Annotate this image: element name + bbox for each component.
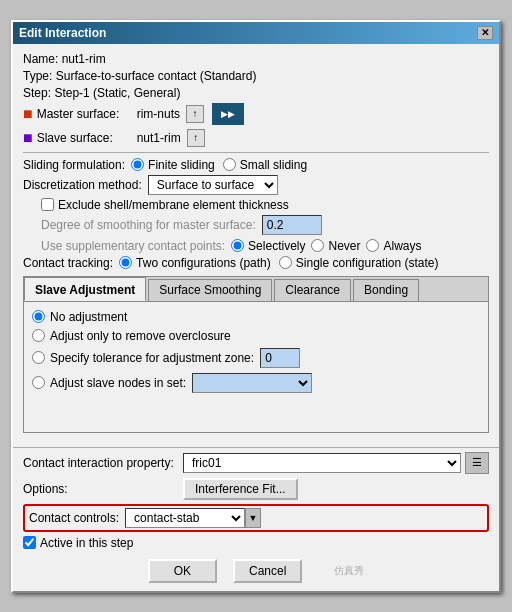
slave-surface-row: ■ Slave surface: nut1-rim ↑ [23, 129, 489, 147]
type-value: Surface-to-surface contact (Standard) [56, 69, 257, 83]
contact-controls-row: Contact controls: contact-stab ▼ [23, 504, 489, 532]
adjust-slave-radio[interactable] [32, 376, 45, 389]
slave-surface-icon: ■ [23, 129, 33, 147]
finite-sliding-label: Finite sliding [148, 158, 215, 172]
discretization-label: Discretization method: [23, 178, 142, 192]
dialog-content: Name: nut1-rim Type: Surface-to-surface … [13, 44, 499, 447]
bottom-section: Contact interaction property: fric01 ☰ O… [13, 447, 499, 591]
contact-controls-arrow[interactable]: ▼ [245, 508, 261, 528]
master-surface-row: ■ Master surface: rim-nuts ↑ ▶▶ [23, 103, 489, 125]
master-surface-icon: ■ [23, 105, 33, 123]
step-label: Step: [23, 86, 51, 100]
single-config-radio[interactable] [279, 256, 292, 269]
watermark: 仿真秀 [334, 564, 364, 578]
master-surface-value: rim-nuts [137, 107, 180, 121]
button-row: OK Cancel 仿真秀 [23, 553, 489, 587]
no-adjustment-row: No adjustment [32, 310, 480, 324]
contact-controls-label: Contact controls: [29, 511, 119, 525]
never-radio[interactable] [311, 239, 324, 252]
master-surface-label: Master surface: [37, 107, 137, 121]
adjust-slave-select[interactable] [192, 373, 312, 393]
never-label: Never [328, 239, 360, 253]
name-label: Name: [23, 52, 58, 66]
adjust-slave-row: Adjust slave nodes in set: [32, 373, 480, 393]
adjust-slave-label: Adjust slave nodes in set: [50, 376, 186, 390]
sliding-label: Sliding formulation: [23, 158, 125, 172]
contact-property-icon-btn[interactable]: ☰ [465, 452, 489, 474]
tab-bonding[interactable]: Bonding [353, 279, 419, 301]
adjust-only-row: Adjust only to remove overclosure [32, 329, 480, 343]
exclude-row: Exclude shell/membrane element thickness [23, 198, 489, 212]
options-button[interactable]: Interference Fit... [183, 478, 298, 500]
tab-content-slave-adjustment: No adjustment Adjust only to remove over… [24, 302, 488, 432]
window-title: Edit Interaction [19, 26, 106, 40]
discretization-combo-wrapper: Surface to surface [148, 175, 278, 195]
active-row: Active in this step [23, 536, 489, 550]
smoothing-label: Degree of smoothing for master surface: [41, 218, 256, 232]
close-button[interactable]: ✕ [477, 26, 493, 40]
slave-surface-pick-btn[interactable]: ↑ [187, 129, 205, 147]
media-icon[interactable]: ▶▶ [212, 103, 244, 125]
contact-property-label: Contact interaction property: [23, 456, 183, 470]
specify-tolerance-label: Specify tolerance for adjustment zone: [50, 351, 254, 365]
contact-property-select[interactable]: fric01 [183, 453, 461, 473]
active-label: Active in this step [40, 536, 133, 550]
discretization-select[interactable]: Surface to surface [148, 175, 278, 195]
options-row: Options: Interference Fit... [23, 478, 489, 500]
small-sliding-radio[interactable] [223, 158, 236, 171]
adjust-only-label: Adjust only to remove overclosure [50, 329, 231, 343]
title-bar: Edit Interaction ✕ [13, 22, 499, 44]
smoothing-row: Degree of smoothing for master surface: [23, 215, 489, 235]
two-config-radio[interactable] [119, 256, 132, 269]
contact-tracking-label: Contact tracking: [23, 256, 113, 270]
supplementary-row: Use supplementary contact points: Select… [23, 239, 489, 253]
finite-sliding-radio[interactable] [131, 158, 144, 171]
contact-controls-select[interactable]: contact-stab [125, 508, 245, 528]
ok-button[interactable]: OK [148, 559, 217, 583]
type-label: Type: [23, 69, 52, 83]
options-label: Options: [23, 482, 183, 496]
no-adjustment-label: No adjustment [50, 310, 127, 324]
always-label: Always [383, 239, 421, 253]
discretization-row: Discretization method: Surface to surfac… [23, 175, 489, 195]
selectively-label: Selectively [248, 239, 305, 253]
tabs-bar: Slave Adjustment Surface Smoothing Clear… [24, 277, 488, 302]
active-checkbox[interactable] [23, 536, 36, 549]
exclude-checkbox[interactable] [41, 198, 54, 211]
type-row: Type: Surface-to-surface contact (Standa… [23, 69, 489, 83]
always-radio[interactable] [366, 239, 379, 252]
name-row: Name: nut1-rim [23, 52, 489, 66]
smoothing-input[interactable] [262, 215, 322, 235]
specify-tolerance-radio[interactable] [32, 351, 45, 364]
adjust-only-radio[interactable] [32, 329, 45, 342]
specify-tolerance-row: Specify tolerance for adjustment zone: [32, 348, 480, 368]
tolerance-input[interactable] [260, 348, 300, 368]
exclude-label: Exclude shell/membrane element thickness [58, 198, 289, 212]
tab-surface-smoothing[interactable]: Surface Smoothing [148, 279, 272, 301]
contact-property-row: Contact interaction property: fric01 ☰ [23, 452, 489, 474]
master-surface-pick-btn[interactable]: ↑ [186, 105, 204, 123]
step-row: Step: Step-1 (Static, General) [23, 86, 489, 100]
slave-surface-value: nut1-rim [137, 131, 181, 145]
cancel-button[interactable]: Cancel [233, 559, 302, 583]
no-adjustment-radio[interactable] [32, 310, 45, 323]
tab-clearance[interactable]: Clearance [274, 279, 351, 301]
tab-slave-adjustment[interactable]: Slave Adjustment [24, 277, 146, 301]
name-value: nut1-rim [62, 52, 106, 66]
main-window: Edit Interaction ✕ Name: nut1-rim Type: … [11, 20, 501, 593]
tab-panel: Slave Adjustment Surface Smoothing Clear… [23, 276, 489, 433]
selectively-radio[interactable] [231, 239, 244, 252]
slave-surface-label: Slave surface: [37, 131, 137, 145]
single-config-label: Single configuration (state) [296, 256, 439, 270]
step-value: Step-1 (Static, General) [54, 86, 180, 100]
two-config-label: Two configurations (path) [136, 256, 271, 270]
small-sliding-label: Small sliding [240, 158, 307, 172]
sliding-row: Sliding formulation: Finite sliding Smal… [23, 158, 489, 172]
supplementary-label: Use supplementary contact points: [41, 239, 225, 253]
contact-tracking-row: Contact tracking: Two configurations (pa… [23, 256, 489, 270]
